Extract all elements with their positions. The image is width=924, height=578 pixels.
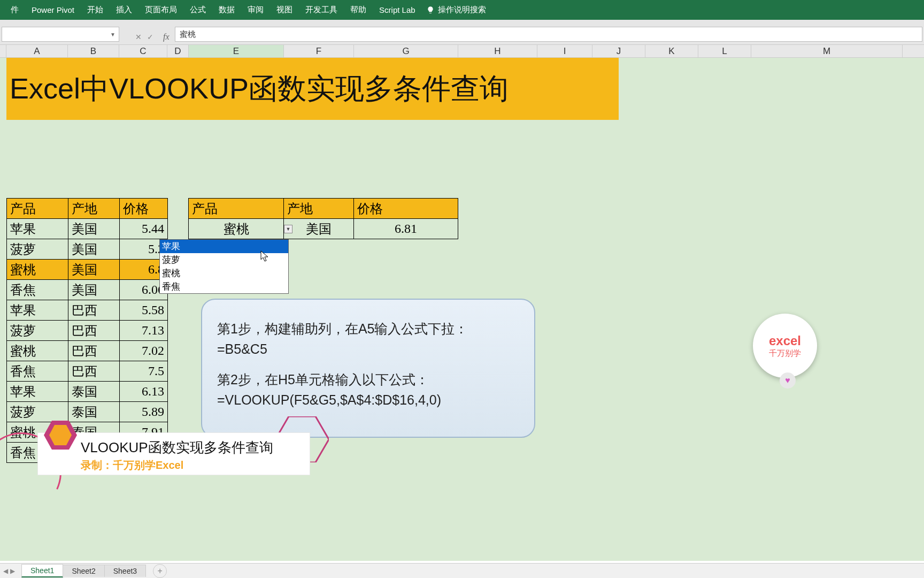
table-cell[interactable]: 7.13 xyxy=(120,321,168,341)
table-cell[interactable]: 巴西 xyxy=(68,341,120,361)
table-cell[interactable]: 7.02 xyxy=(120,341,168,361)
select-all-corner[interactable] xyxy=(0,45,6,57)
lookup-product-cell[interactable]: 蜜桃 ▼ xyxy=(189,219,284,239)
table-cell[interactable]: 香焦 xyxy=(7,280,68,300)
ribbon-tab-scriptlab[interactable]: Script Lab xyxy=(373,0,422,20)
instruction-callout: 第1步，构建辅助列，在A5输入公式下拉： =B5&C5 第2步，在H5单元格输入… xyxy=(201,299,535,438)
callout-line2: =B5&C5 xyxy=(217,339,519,360)
table-cell[interactable]: 巴西 xyxy=(68,300,120,321)
ribbon-tab-data[interactable]: 数据 xyxy=(212,0,241,20)
sheet-tab-1[interactable]: Sheet1 xyxy=(21,564,63,577)
ribbon-tab-home[interactable]: 开始 xyxy=(81,0,110,20)
sheet-tab-2[interactable]: Sheet2 xyxy=(63,565,104,577)
table-cell[interactable]: 巴西 xyxy=(68,321,120,341)
dropdown-item[interactable]: 蜜桃 xyxy=(160,267,288,280)
col-header-l[interactable]: L xyxy=(698,45,751,57)
ribbon-tab-insert[interactable]: 插入 xyxy=(110,0,138,20)
table-cell[interactable]: 苹果 xyxy=(7,219,68,239)
table-cell[interactable]: 苹果 xyxy=(7,382,68,402)
sheet-tab-bar: ◀ ▶ Sheet1 Sheet2 Sheet3 + xyxy=(0,563,924,578)
col-header-j[interactable]: J xyxy=(592,45,645,57)
sheet-tab-3[interactable]: Sheet3 xyxy=(104,565,146,577)
watermark-text2: 千万别学 xyxy=(769,348,801,359)
col-header-i[interactable]: I xyxy=(537,45,592,57)
ribbon-tab-file[interactable]: 件 xyxy=(4,0,25,20)
heart-icon: ♥ xyxy=(780,372,796,389)
table-cell[interactable]: 5.89 xyxy=(120,402,168,422)
table-cell[interactable]: 蜜桃 xyxy=(7,260,68,280)
name-box[interactable]: ▼ xyxy=(2,27,119,42)
col-header-m[interactable]: M xyxy=(751,45,903,57)
fx-icon[interactable]: fx xyxy=(163,32,170,42)
table-cell[interactable]: 5.44 xyxy=(120,219,168,239)
prev-sheet-icon[interactable]: ◀ xyxy=(3,567,8,575)
col-header-k[interactable]: K xyxy=(645,45,698,57)
ribbon-tab-layout[interactable]: 页面布局 xyxy=(138,0,183,20)
table-cell[interactable]: 泰国 xyxy=(68,382,120,402)
col-header-h[interactable]: H xyxy=(458,45,537,57)
lookup-table: 产品 产地 价格 蜜桃 ▼ 美国 6.81 xyxy=(188,198,458,239)
table-cell[interactable]: 美国 xyxy=(68,219,120,239)
chevron-down-icon[interactable]: ▼ xyxy=(110,32,116,37)
dropdown-list[interactable]: 苹果 菠萝 蜜桃 香焦 xyxy=(159,239,289,294)
cursor-icon xyxy=(260,250,270,265)
lookup-th-price: 价格 xyxy=(354,199,458,219)
table-cell[interactable]: 香焦 xyxy=(7,361,68,382)
left-th-price: 价格 xyxy=(120,199,168,219)
spreadsheet-grid[interactable]: Excel中VLOOKUP函数实现多条件查询 产品 产地 价格 苹果美国5.44… xyxy=(0,58,924,561)
table-cell[interactable]: 蜜桃 xyxy=(7,341,68,361)
col-header-b[interactable]: B xyxy=(68,45,119,57)
left-th-product: 产品 xyxy=(7,199,68,219)
ribbon-tab-help[interactable]: 帮助 xyxy=(344,0,373,20)
callout-line4: =VLOOKUP(F5&G5,$A$4:$D$16,4,0) xyxy=(217,390,519,410)
table-cell[interactable]: 美国 xyxy=(68,239,120,260)
table-cell[interactable]: 苹果 xyxy=(7,300,68,321)
callout-line1: 第1步，构建辅助列，在A5输入公式下拉： xyxy=(217,319,519,339)
formula-bar-area: ▼ ✕ ✓ fx 蜜桃 xyxy=(0,20,924,45)
caption-hexagon-icon xyxy=(44,421,77,450)
ribbon-tab-dev[interactable]: 开发工具 xyxy=(299,0,344,20)
formula-input[interactable]: 蜜桃 xyxy=(175,27,922,42)
col-header-c[interactable]: C xyxy=(119,45,167,57)
lookup-price-cell[interactable]: 6.81 xyxy=(354,219,458,239)
lightbulb-icon xyxy=(426,6,435,14)
next-sheet-icon[interactable]: ▶ xyxy=(10,567,15,575)
col-header-f[interactable]: F xyxy=(284,45,354,57)
ribbon-tab-view[interactable]: 视图 xyxy=(270,0,299,20)
dropdown-arrow-icon[interactable]: ▼ xyxy=(284,225,292,233)
table-cell[interactable]: 巴西 xyxy=(68,361,120,382)
ribbon-search-label: 操作说明搜索 xyxy=(438,5,486,15)
table-cell[interactable]: 6.13 xyxy=(120,382,168,402)
table-cell[interactable]: 5.58 xyxy=(120,300,168,321)
col-header-g[interactable]: G xyxy=(354,45,458,57)
dropdown-item[interactable]: 香焦 xyxy=(160,280,288,293)
sheet-nav[interactable]: ◀ ▶ xyxy=(3,567,15,575)
confirm-icon[interactable]: ✓ xyxy=(147,33,153,41)
ribbon-tab-review[interactable]: 审阅 xyxy=(241,0,270,20)
lookup-th-product: 产品 xyxy=(189,199,284,219)
caption-title: VLOOKUP函数实现多条件查询 xyxy=(81,438,310,457)
ribbon-tab-powerpivot[interactable]: Power Pivot xyxy=(25,0,81,20)
table-cell[interactable]: 泰国 xyxy=(68,402,120,422)
ribbon-search[interactable]: 操作说明搜索 xyxy=(426,5,486,15)
table-cell[interactable]: 美国 xyxy=(68,260,120,280)
table-cell[interactable]: 美国 xyxy=(68,280,120,300)
cancel-icon[interactable]: ✕ xyxy=(135,33,142,41)
formula-buttons: ✕ ✓ fx xyxy=(135,32,170,42)
table-cell[interactable]: 菠萝 xyxy=(7,402,68,422)
callout-line3: 第2步，在H5单元格输入以下公式： xyxy=(217,370,519,390)
col-header-a[interactable]: A xyxy=(6,45,68,57)
ribbon-tab-formula[interactable]: 公式 xyxy=(183,0,212,20)
ribbon: 件 Power Pivot 开始 插入 页面布局 公式 数据 审阅 视图 开发工… xyxy=(0,0,924,20)
column-headers: A B C D E F G H I J K L M xyxy=(0,45,924,58)
new-sheet-button[interactable]: + xyxy=(153,564,167,578)
col-header-d[interactable]: D xyxy=(167,45,189,57)
left-data-table: 产品 产地 价格 苹果美国5.44 菠萝美国5.2 蜜桃美国6.8 香焦美国6.… xyxy=(6,198,168,463)
table-cell[interactable]: 7.5 xyxy=(120,361,168,382)
lookup-origin-cell[interactable]: 美国 xyxy=(284,219,354,239)
left-th-origin: 产地 xyxy=(68,199,120,219)
col-header-e[interactable]: E xyxy=(189,45,284,57)
table-cell[interactable]: 菠萝 xyxy=(7,239,68,260)
lookup-product-value: 蜜桃 xyxy=(224,222,249,236)
table-cell[interactable]: 菠萝 xyxy=(7,321,68,341)
